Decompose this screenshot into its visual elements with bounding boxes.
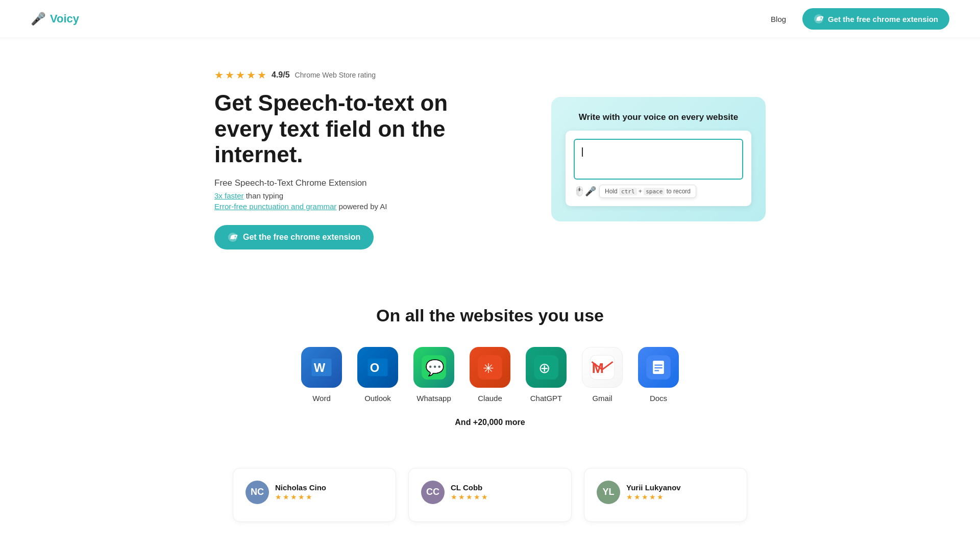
more-label: And +20,000 more (10, 418, 970, 427)
app-item-word: W Word (301, 347, 342, 403)
demo-cursor (582, 147, 583, 157)
nav-links: Blog Get the free chrome extension (771, 8, 949, 30)
r1-star5: ★ (306, 493, 312, 501)
review-card-1: NC Nicholas Cino ★ ★ ★ ★ ★ (233, 468, 396, 522)
claude-label: Claude (478, 394, 502, 403)
nav-cta-button[interactable]: Get the free chrome extension (802, 8, 949, 30)
demo-card: Write with your voice on every website 🖱… (551, 97, 766, 221)
reviewer-row-3: YL Yurii Lukyanov ★ ★ ★ ★ ★ (597, 481, 734, 504)
svg-text:O: O (370, 360, 380, 374)
reviewer-stars-3: ★ ★ ★ ★ ★ (626, 493, 681, 501)
r3-star5: ★ (657, 493, 664, 501)
hero-section: ★ ★ ★ ★ ★ 4.9/5 Chrome Web Store rating … (184, 38, 796, 275)
logo-link[interactable]: 🎤 Voicy (31, 12, 79, 26)
word-label: Word (312, 394, 331, 403)
reviewer-name-1: Nicholas Cino (275, 483, 326, 492)
outlook-label: Outlook (364, 394, 391, 403)
kbd-ctrl: ctrl (619, 188, 637, 195)
reviewer-row-1: NC Nicholas Cino ★ ★ ★ ★ ★ (246, 481, 383, 504)
rating-stars: ★ ★ ★ ★ ★ (214, 69, 266, 81)
r2-star3: ★ (466, 493, 473, 501)
star-1: ★ (214, 69, 224, 81)
star-5: ★ (257, 69, 266, 81)
app-item-whatsapp: 💬 Whatsapp (413, 347, 454, 403)
reviewer-info-2: CL Cobb ★ ★ ★ ★ ★ (451, 483, 488, 501)
rating-value: 4.9/5 (272, 70, 290, 80)
navigation: 🎤 Voicy Blog Get the free chrome extensi… (0, 0, 980, 38)
feature2-link[interactable]: Error-free punctuation and grammar (214, 202, 336, 211)
blog-link[interactable]: Blog (771, 15, 786, 23)
hero-feature-2: Error-free punctuation and grammar power… (214, 202, 480, 211)
r2-star2: ★ (458, 493, 465, 501)
r3-star2: ★ (634, 493, 641, 501)
reviewer-row-2: CC CL Cobb ★ ★ ★ ★ ★ (421, 481, 559, 504)
star-3: ★ (236, 69, 245, 81)
app-item-chatgpt: ⊕ ChatGPT (526, 347, 567, 403)
r2-star5: ★ (481, 493, 488, 501)
hero-title: Get Speech-to-text on every text field o… (214, 90, 480, 168)
reviewer-name-2: CL Cobb (451, 483, 488, 492)
review-card-2: CC CL Cobb ★ ★ ★ ★ ★ (408, 468, 572, 522)
reviewer-info-1: Nicholas Cino ★ ★ ★ ★ ★ (275, 483, 326, 501)
chatgpt-icon: ⊕ (526, 347, 567, 388)
svg-text:💬: 💬 (425, 358, 445, 377)
r3-star1: ★ (626, 493, 633, 501)
reviewer-avatar-3: YL (597, 481, 620, 504)
app-item-docs: Docs (638, 347, 679, 403)
websites-title: On all the websites you use (10, 306, 970, 325)
apps-grid: W Word O Outlook 💬 Whatsapp (10, 347, 970, 403)
gmail-label: Gmail (592, 394, 612, 403)
nav-cta-label: Get the free chrome extension (828, 15, 938, 23)
docs-label: Docs (650, 394, 667, 403)
r2-star4: ★ (474, 493, 480, 501)
hero-feature-1: 3x faster than typing (214, 191, 480, 200)
feature2-rest: powered by AI (336, 202, 387, 211)
hero-cta-button[interactable]: Get the free chrome extension (214, 225, 374, 249)
svg-text:⊕: ⊕ (538, 360, 550, 376)
outlook-icon: O (357, 347, 398, 388)
svg-text:W: W (314, 360, 326, 374)
demo-mic-icon: 🖱️🎤 (574, 186, 596, 197)
word-icon: W (301, 347, 342, 388)
hero-left: ★ ★ ★ ★ ★ 4.9/5 Chrome Web Store rating … (214, 69, 480, 249)
chrome-icon (814, 14, 824, 24)
hero-subtitle: Free Speech-to-Text Chrome Extension (214, 178, 480, 188)
r3-star3: ★ (642, 493, 648, 501)
review-card-3: YL Yurii Lukyanov ★ ★ ★ ★ ★ (584, 468, 747, 522)
r1-star2: ★ (283, 493, 289, 501)
demo-browser: 🖱️🎤 Hold ctrl + space to record (566, 131, 751, 206)
reviewer-avatar-2: CC (421, 481, 445, 504)
claude-icon: ✳ (470, 347, 510, 388)
app-item-gmail: M Gmail (582, 347, 623, 403)
app-item-outlook: O Outlook (357, 347, 398, 403)
feature1-rest: than typing (244, 191, 284, 200)
star-2: ★ (225, 69, 234, 81)
hero-cta-label: Get the free chrome extension (243, 233, 360, 242)
docs-icon (638, 347, 679, 388)
whatsapp-icon: 💬 (413, 347, 454, 388)
r2-star1: ★ (451, 493, 457, 501)
rating-label: Chrome Web Store rating (295, 71, 376, 79)
hero-chrome-icon (228, 232, 238, 242)
gmail-icon: M (582, 347, 623, 388)
reviewer-info-3: Yurii Lukyanov ★ ★ ★ ★ ★ (626, 483, 681, 501)
reviewer-name-3: Yurii Lukyanov (626, 483, 681, 492)
r1-star3: ★ (290, 493, 297, 501)
kbd-space: space (644, 188, 665, 195)
logo-text: Voicy (50, 12, 79, 26)
demo-card-title: Write with your voice on every website (566, 112, 751, 122)
app-item-claude: ✳ Claude (470, 347, 510, 403)
demo-tooltip-row: 🖱️🎤 Hold ctrl + space to record (574, 185, 743, 198)
rating-row: ★ ★ ★ ★ ★ 4.9/5 Chrome Web Store rating (214, 69, 480, 81)
whatsapp-label: Whatsapp (416, 394, 451, 403)
svg-text:✳: ✳ (483, 361, 494, 376)
r1-star1: ★ (275, 493, 282, 501)
feature1-link[interactable]: 3x faster (214, 191, 244, 200)
websites-section: On all the websites you use W Word O Out… (0, 275, 980, 447)
logo-mic-icon: 🎤 (31, 12, 46, 26)
demo-tooltip: Hold ctrl + space to record (599, 185, 696, 198)
star-4: ★ (247, 69, 256, 81)
chatgpt-label: ChatGPT (530, 394, 562, 403)
reviewer-stars-1: ★ ★ ★ ★ ★ (275, 493, 326, 501)
r3-star4: ★ (649, 493, 656, 501)
